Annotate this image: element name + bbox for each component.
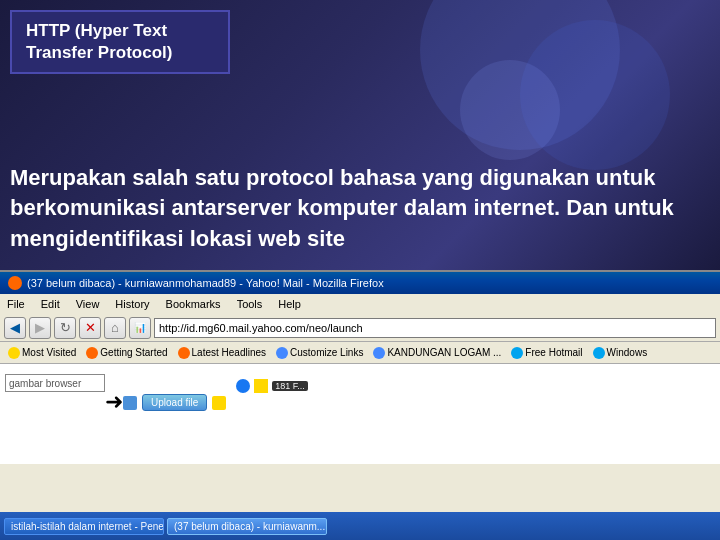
- bookmark-customize-links[interactable]: Customize Links: [272, 346, 367, 360]
- address-bar[interactable]: http://id.mg60.mail.yahoo.com/neo/launch: [154, 318, 716, 338]
- back-button[interactable]: ◀: [4, 317, 26, 339]
- windows-icon: [593, 347, 605, 359]
- menu-tools[interactable]: Tools: [234, 297, 266, 311]
- firefox-icon: [8, 276, 22, 290]
- link-icon-1: [276, 347, 288, 359]
- taskbar-item-penelusur[interactable]: istilah-istilah dalam internet - Penelus…: [4, 518, 164, 535]
- taskbar: istilah-istilah dalam internet - Penelus…: [0, 512, 720, 540]
- firefox-bookmark-icon: [86, 347, 98, 359]
- bookmark-getting-started-label: Getting Started: [100, 347, 167, 358]
- forward-button[interactable]: ▶: [29, 317, 51, 339]
- link-icon-2: [373, 347, 385, 359]
- rss-icon: [178, 347, 190, 359]
- share-icon: [212, 396, 226, 410]
- browser-title: (37 belum dibaca) - kurniawanmohamad89 -…: [27, 277, 384, 289]
- bookmark-customize-links-label: Customize Links: [290, 347, 363, 358]
- refresh-button[interactable]: ↻: [54, 317, 76, 339]
- upload-icon: [123, 396, 137, 410]
- upload-section: Upload file: [123, 394, 226, 411]
- number-badge: 181 F...: [272, 381, 308, 391]
- upload-button[interactable]: Upload file: [142, 394, 207, 411]
- bookmark-latest-headlines-label: Latest Headlines: [192, 347, 267, 358]
- taskbar-label-2: (37 belum dibaca) - kurniawanm...: [174, 521, 325, 532]
- bookmark-hotmail[interactable]: Free Hotmail: [507, 346, 586, 360]
- bookmark-most-visited[interactable]: Most Visited: [4, 346, 80, 360]
- star-icon: [8, 347, 20, 359]
- badge-icon: [254, 379, 268, 393]
- menu-bookmarks[interactable]: Bookmarks: [163, 297, 224, 311]
- slide-title-box: HTTP (Hyper Text Transfer Protocol): [10, 10, 230, 74]
- home-button[interactable]: ⌂: [104, 317, 126, 339]
- taskbar-item-mail[interactable]: (37 belum dibaca) - kurniawanm... ✕: [167, 518, 327, 535]
- bookmarks-btn[interactable]: 📊: [129, 317, 151, 339]
- taskbar-label-1: istilah-istilah dalam internet - Penelus…: [11, 521, 164, 532]
- slide-title: HTTP (Hyper Text Transfer Protocol): [26, 20, 214, 64]
- bookmark-windows[interactable]: Windows: [589, 346, 652, 360]
- menu-edit[interactable]: Edit: [38, 297, 63, 311]
- address-text: http://id.mg60.mail.yahoo.com/neo/launch: [159, 322, 363, 334]
- bookmark-getting-started[interactable]: Getting Started: [82, 346, 171, 360]
- menu-history[interactable]: History: [112, 297, 152, 311]
- browser-menubar: File Edit View History Bookmarks Tools H…: [0, 294, 720, 314]
- cursor-arrow: ➜: [105, 389, 123, 415]
- menu-file[interactable]: File: [4, 297, 28, 311]
- bookmark-windows-label: Windows: [607, 347, 648, 358]
- browser-titlebar: (37 belum dibaca) - kurniawanmohamad89 -…: [0, 272, 720, 294]
- search-input[interactable]: gambar browser: [5, 374, 105, 392]
- bookmark-kandungan-label: KANDUNGAN LOGAM ...: [387, 347, 501, 358]
- bookmark-hotmail-label: Free Hotmail: [525, 347, 582, 358]
- slide-area: HTTP (Hyper Text Transfer Protocol) Meru…: [0, 0, 720, 270]
- bookmark-kandungan[interactable]: KANDUNGAN LOGAM ...: [369, 346, 505, 360]
- hotmail-icon: [511, 347, 523, 359]
- stop-button[interactable]: ✕: [79, 317, 101, 339]
- browser-content: gambar browser ➜ Upload file 181 F...: [0, 364, 720, 464]
- facebook-icon: [236, 379, 250, 393]
- search-input-text: gambar browser: [9, 378, 81, 389]
- bookmark-most-visited-label: Most Visited: [22, 347, 76, 358]
- menu-view[interactable]: View: [73, 297, 103, 311]
- slide-body-text: Merupakan salah satu protocol bahasa yan…: [10, 163, 710, 255]
- browser-window: (37 belum dibaca) - kurniawanmohamad89 -…: [0, 270, 720, 540]
- bookmark-latest-headlines[interactable]: Latest Headlines: [174, 346, 271, 360]
- right-badges: 181 F...: [236, 379, 308, 393]
- bookmarks-bar: Most Visited Getting Started Latest Head…: [0, 342, 720, 364]
- menu-help[interactable]: Help: [275, 297, 304, 311]
- browser-toolbar: ◀ ▶ ↻ ✕ ⌂ 📊 http://id.mg60.mail.yahoo.co…: [0, 314, 720, 342]
